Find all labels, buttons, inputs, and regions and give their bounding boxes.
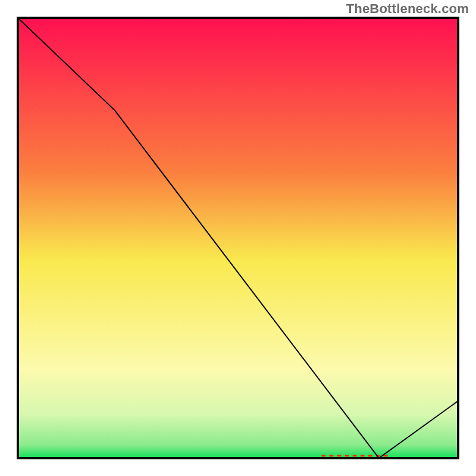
gradient-background [18,18,458,458]
chart-stage: TheBottleneck.com [0,0,476,476]
chart-svg [0,0,476,476]
